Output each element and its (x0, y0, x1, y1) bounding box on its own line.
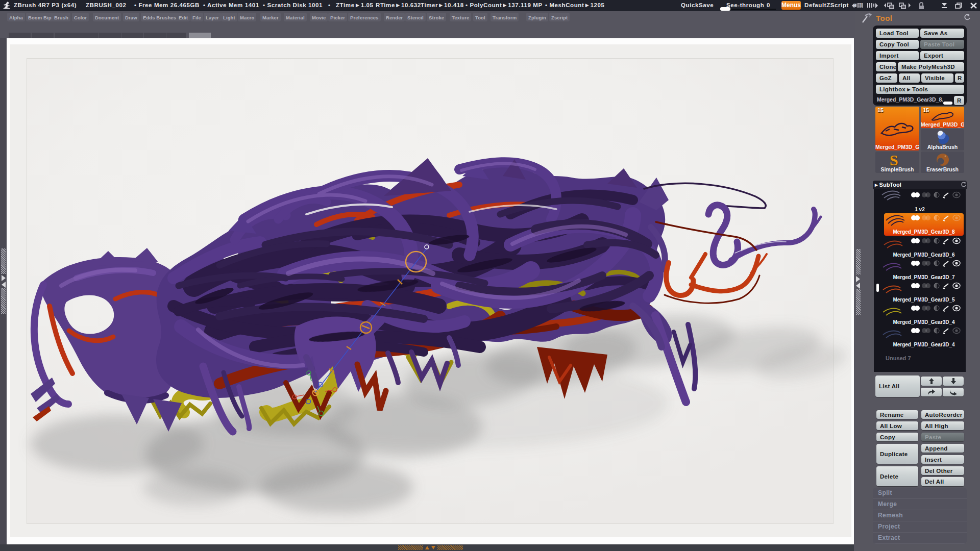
svg-text:Merged_PM3D_Gear3D_7: Merged_PM3D_Gear3D_7 (893, 274, 955, 280)
svg-text:Merged_PM3D_Gear3D_4: Merged_PM3D_Gear3D_4 (893, 319, 955, 325)
svg-text:Merged_PM3D_Gear3D_6: Merged_PM3D_Gear3D_6 (893, 252, 955, 258)
svg-text:Merged_PM3D_Gear3D_4: Merged_PM3D_Gear3D_4 (893, 342, 955, 347)
svg-text:Merged_PM3D_Gear3D_5: Merged_PM3D_Gear3D_5 (893, 297, 955, 303)
svg-text:Unused 7: Unused 7 (886, 355, 911, 361)
svg-text:Merged_PM3D_Gear3D_8: Merged_PM3D_Gear3D_8 (893, 229, 955, 235)
svg-text:1 v2: 1 v2 (915, 207, 925, 212)
